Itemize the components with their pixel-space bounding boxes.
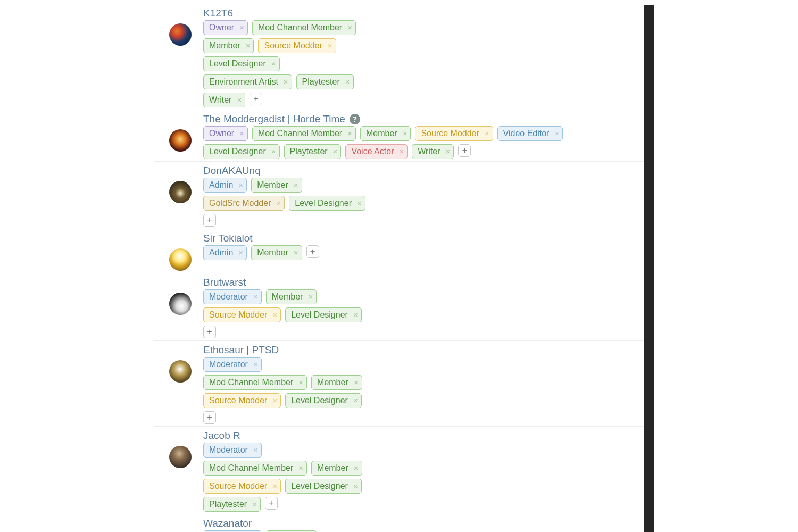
remove-role-icon[interactable]: × [271, 146, 276, 157]
add-role-button[interactable]: + [203, 326, 216, 338]
member-name[interactable]: Brutwarst [203, 277, 246, 288]
member-name[interactable]: K12T6 [203, 7, 233, 19]
role-tag[interactable]: Source Modder× [203, 307, 281, 322]
remove-role-icon[interactable]: × [403, 128, 408, 139]
role-tag[interactable]: Source Modder× [203, 393, 281, 408]
role-tag[interactable]: Source Modder× [415, 126, 493, 141]
remove-role-icon[interactable]: × [272, 309, 277, 321]
remove-role-icon[interactable]: × [253, 291, 258, 303]
role-tag[interactable]: Member× [311, 461, 362, 476]
remove-role-icon[interactable]: × [277, 197, 281, 209]
avatar[interactable] [169, 293, 192, 315]
remove-role-icon[interactable]: × [354, 462, 359, 474]
role-tag[interactable]: GoldSrc Modder× [203, 196, 285, 211]
role-tag[interactable]: Voice Actor× [345, 144, 408, 159]
role-tag[interactable]: Level Designer× [203, 56, 280, 71]
role-tag[interactable]: Admin× [203, 245, 247, 260]
role-tag[interactable]: Level Designer× [289, 196, 365, 211]
member-name[interactable]: DonAKAUnq [203, 165, 261, 177]
remove-role-icon[interactable]: × [308, 291, 313, 303]
remove-role-icon[interactable]: × [333, 146, 338, 157]
role-tag[interactable]: Moderator× [203, 443, 262, 458]
role-tag[interactable]: Moderator× [203, 289, 262, 304]
remove-role-icon[interactable]: × [239, 128, 244, 139]
role-tag[interactable]: Playtester× [284, 144, 342, 159]
remove-role-icon[interactable]: × [353, 309, 358, 321]
role-tag[interactable]: Mod Channel Member× [203, 461, 307, 476]
remove-role-icon[interactable]: × [446, 146, 451, 157]
add-role-button[interactable]: + [203, 411, 216, 424]
role-tag[interactable]: Owner× [203, 20, 248, 35]
role-tag-label: Source Modder [209, 309, 267, 321]
role-tag[interactable]: Writer× [203, 93, 245, 107]
role-tag[interactable]: Member× [203, 38, 254, 53]
remove-role-icon[interactable]: × [272, 480, 277, 492]
remove-role-icon[interactable]: × [353, 395, 358, 406]
role-tag[interactable]: Member× [311, 375, 362, 390]
remove-role-icon[interactable]: × [238, 179, 243, 191]
remove-role-icon[interactable]: × [554, 128, 559, 139]
add-role-button[interactable]: + [250, 93, 262, 105]
role-tag[interactable]: Environment Artist× [203, 74, 292, 89]
remove-role-icon[interactable]: × [238, 247, 243, 259]
role-tag[interactable]: Mod Channel Member× [252, 126, 356, 141]
remove-role-icon[interactable]: × [347, 128, 352, 139]
role-tag[interactable]: Level Designer× [285, 393, 362, 408]
remove-role-icon[interactable]: × [357, 197, 362, 209]
role-tag[interactable]: Member× [251, 178, 302, 193]
add-role-button[interactable]: + [458, 144, 471, 157]
remove-role-icon[interactable]: × [253, 444, 258, 456]
remove-role-icon[interactable]: × [246, 40, 251, 52]
member-name[interactable]: Jacob R [203, 430, 240, 442]
remove-role-icon[interactable]: × [298, 462, 303, 474]
member-name[interactable]: The Moddergadist | Horde Time? [203, 113, 360, 125]
avatar[interactable] [169, 248, 192, 271]
role-tag[interactable]: Member× [251, 245, 302, 260]
remove-role-icon[interactable]: × [237, 94, 242, 106]
avatar[interactable] [169, 129, 192, 152]
remove-role-icon[interactable]: × [399, 146, 404, 157]
role-tag[interactable]: Playtester× [203, 497, 261, 512]
add-role-button[interactable]: + [265, 497, 278, 510]
remove-role-icon[interactable]: × [328, 40, 332, 52]
role-tag[interactable]: Source Modder× [203, 479, 281, 494]
role-tag[interactable]: Member× [266, 289, 317, 304]
avatar[interactable] [169, 23, 192, 46]
remove-role-icon[interactable]: × [347, 22, 352, 34]
remove-role-icon[interactable]: × [345, 76, 350, 88]
role-tag[interactable]: Level Designer× [285, 307, 362, 322]
remove-role-icon[interactable]: × [271, 58, 276, 70]
role-tag[interactable]: Mod Channel Member× [203, 375, 307, 390]
add-role-button[interactable]: + [306, 245, 319, 258]
role-tag[interactable]: Level Designer× [203, 144, 280, 159]
member-name[interactable]: Ethosaur | PTSD [203, 344, 279, 356]
role-tag[interactable]: Level Designer× [285, 479, 362, 494]
role-tag[interactable]: Source Modder× [258, 38, 336, 53]
remove-role-icon[interactable]: × [354, 377, 359, 388]
remove-role-icon[interactable]: × [294, 179, 298, 191]
remove-role-icon[interactable]: × [253, 359, 258, 370]
remove-role-icon[interactable]: × [353, 480, 358, 492]
role-tag[interactable]: Moderator× [203, 357, 262, 372]
remove-role-icon[interactable]: × [272, 395, 277, 406]
remove-role-icon[interactable]: × [485, 128, 489, 139]
role-tag[interactable]: Video Editor× [497, 126, 563, 141]
role-tag[interactable]: Member× [360, 126, 411, 141]
member-name[interactable]: Sir Tokialot [203, 232, 253, 244]
avatar[interactable] [169, 360, 192, 383]
remove-role-icon[interactable]: × [294, 247, 298, 259]
role-tag[interactable]: Mod Channel Member× [252, 20, 356, 35]
question-icon[interactable]: ? [350, 114, 360, 124]
remove-role-icon[interactable]: × [252, 498, 257, 510]
add-role-button[interactable]: + [203, 214, 216, 227]
role-tag[interactable]: Owner× [203, 126, 248, 141]
role-tag[interactable]: Writer× [412, 144, 454, 159]
avatar[interactable] [169, 446, 192, 468]
role-tag[interactable]: Admin× [203, 178, 247, 193]
remove-role-icon[interactable]: × [284, 76, 288, 88]
role-tag[interactable]: Playtester× [296, 74, 354, 89]
remove-role-icon[interactable]: × [239, 22, 244, 34]
remove-role-icon[interactable]: × [298, 377, 303, 388]
member-name[interactable]: Wazanator [203, 518, 252, 529]
avatar[interactable] [169, 181, 192, 203]
